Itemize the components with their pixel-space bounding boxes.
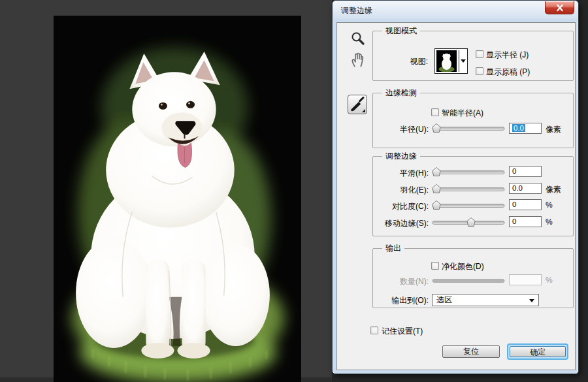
smooth-label: 平滑(H): (376, 168, 429, 179)
feather-field[interactable]: 0.0 (509, 183, 542, 194)
close-icon (555, 4, 565, 12)
shift-edge-label: 移动边缘(S): (376, 218, 429, 229)
group-view-mode-legend: 视图模式 (382, 26, 420, 36)
show-original-label: 显示原稿 (P) (486, 67, 530, 78)
amount-label: 数量(N): (376, 276, 429, 287)
smooth-slider[interactable] (432, 167, 505, 177)
shift-edge-field[interactable]: 0 (509, 216, 542, 227)
chevron-down-icon (529, 299, 534, 302)
radius-slider[interactable] (432, 123, 505, 133)
zoom-tool-icon[interactable] (350, 31, 366, 46)
contrast-label: 对比度(C): (376, 201, 429, 212)
remember-settings-checkbox[interactable] (370, 326, 378, 334)
group-output-legend: 输出 (382, 244, 404, 253)
refine-radius-tool-button[interactable] (348, 95, 367, 114)
amount-field (509, 274, 542, 285)
radius-field[interactable]: 0.0 (509, 123, 542, 134)
group-edge-detection: 边缘检测 智能半径(A) 半径(U): 0.0 像素 (372, 93, 574, 148)
group-adjust-edge-legend: 调整边缘 (382, 151, 420, 161)
output-to-label: 输出到(O): (376, 295, 429, 306)
radius-field-value: 0.0 (512, 124, 525, 132)
dialog-title: 调整边缘 (341, 5, 372, 16)
contrast-unit: % (546, 200, 553, 210)
feather-slider[interactable] (432, 183, 505, 194)
ok-button-focus-ring: 确定 (507, 343, 568, 360)
dog-preview-image (54, 16, 301, 382)
view-dropdown-arrow (459, 50, 466, 72)
amount-unit: % (546, 276, 553, 285)
close-button[interactable] (545, 1, 574, 14)
remember-settings-label: 记住设置(T) (382, 326, 423, 337)
group-view-mode: 视图模式 视图: 显示半径 (J) 显示原稿 (P) (372, 31, 574, 81)
hand-tool-icon[interactable] (349, 50, 367, 68)
dialog-titlebar[interactable]: 调整边缘 (333, 1, 578, 19)
shift-edge-slider[interactable] (432, 217, 505, 227)
show-original-checkbox[interactable] (476, 67, 483, 75)
canvas-area (0, 0, 332, 382)
smooth-field[interactable]: 0 (509, 166, 542, 177)
show-radius-checkbox[interactable] (476, 50, 483, 58)
amount-slider-disabled (432, 275, 505, 285)
refine-edge-dialog: 调整边缘 (332, 0, 579, 374)
dialog-panel: 视图模式 视图: 显示半径 (J) 显示原稿 (P) (336, 22, 576, 370)
group-adjust-edge: 调整边缘 平滑(H): 0 羽化(E): 0.0 像素 对比度(C): (372, 156, 574, 236)
ok-button[interactable]: 确定 (510, 346, 566, 357)
decontaminate-colors-checkbox[interactable] (431, 262, 439, 270)
shift-edge-unit: % (546, 217, 553, 227)
output-to-value: 选区 (436, 295, 452, 304)
radius-unit: 像素 (546, 124, 561, 135)
smart-radius-checkbox[interactable] (431, 108, 439, 116)
smart-radius-label: 智能半径(A) (442, 108, 483, 119)
view-label: 视图: (390, 56, 428, 67)
contrast-slider[interactable] (432, 200, 505, 210)
feather-label: 羽化(E): (376, 185, 429, 196)
decontaminate-colors-label: 净化颜色(D) (442, 261, 484, 272)
group-output: 输出 净化颜色(D) 数量(N): % 输出到(O): 选区 (372, 248, 574, 308)
feather-unit: 像素 (546, 184, 561, 195)
output-to-dropdown[interactable]: 选区 (432, 294, 539, 306)
show-radius-label: 显示半径 (J) (486, 50, 529, 61)
contrast-field[interactable]: 0 (509, 199, 542, 210)
view-thumbnail (436, 50, 457, 72)
tool-flyout-corner (362, 109, 365, 112)
group-edge-detection-legend: 边缘检测 (382, 88, 420, 98)
chevron-down-icon (461, 59, 466, 63)
reset-button[interactable]: 复位 (442, 345, 500, 358)
view-dropdown[interactable] (434, 48, 468, 74)
photoshop-screen: 调整边缘 (0, 0, 588, 382)
radius-label: 半径(U): (376, 124, 429, 135)
